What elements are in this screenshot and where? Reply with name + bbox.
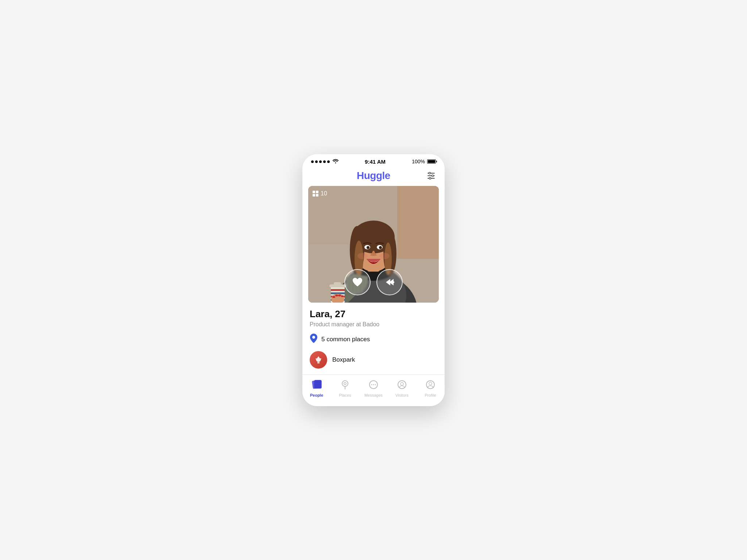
location-pin-icon xyxy=(310,334,318,345)
nav-item-visitors[interactable]: Visitors xyxy=(391,378,413,399)
svg-point-3 xyxy=(429,172,431,174)
place-avatar xyxy=(310,351,327,369)
svg-point-49 xyxy=(373,384,374,385)
grid-icon xyxy=(313,191,318,197)
bottom-nav: People Places M xyxy=(302,374,445,406)
nav-item-places[interactable]: Places xyxy=(334,378,356,399)
signal-dot-2 xyxy=(315,160,318,163)
app-header: Huggle xyxy=(302,167,445,186)
nav-item-messages[interactable]: Messages xyxy=(363,378,384,399)
svg-point-4 xyxy=(432,175,434,176)
svg-point-48 xyxy=(371,384,372,385)
profile-info: Lara, 27 Product manager at Badoo 5 comm… xyxy=(302,303,445,374)
profile-name: Lara, 27 xyxy=(310,308,437,320)
profile-photo-container: 10 xyxy=(308,186,439,303)
signal-dot-1 xyxy=(311,160,314,163)
svg-point-50 xyxy=(375,384,376,385)
nav-label-messages: Messages xyxy=(364,393,383,397)
nav-item-profile[interactable]: Profile xyxy=(419,378,441,399)
signal-dot-5 xyxy=(327,160,330,163)
status-bar: 9:41 AM 100% xyxy=(302,154,445,167)
svg-rect-37 xyxy=(332,296,335,298)
place-row[interactable]: Boxpark xyxy=(310,351,437,372)
svg-point-23 xyxy=(357,253,368,259)
signal-dot-4 xyxy=(323,160,326,163)
signal-area xyxy=(311,159,338,164)
common-places-text: 5 common places xyxy=(321,336,370,343)
svg-rect-8 xyxy=(397,186,439,259)
svg-rect-43 xyxy=(314,380,321,388)
action-buttons xyxy=(344,269,403,295)
phone-frame: 9:41 AM 100% Huggle xyxy=(302,154,445,406)
battery-area: 100% xyxy=(412,159,436,164)
common-places-row: 5 common places xyxy=(310,334,437,345)
messages-icon xyxy=(369,380,378,392)
battery-percent: 100% xyxy=(412,159,425,164)
visitors-icon xyxy=(397,380,407,392)
svg-point-22 xyxy=(379,246,382,249)
app-title: Huggle xyxy=(357,170,390,182)
battery-icon xyxy=(427,159,436,164)
status-time: 9:41 AM xyxy=(365,159,386,165)
svg-rect-39 xyxy=(338,295,341,296)
svg-rect-40 xyxy=(341,295,344,297)
photo-count-text: 10 xyxy=(321,190,327,197)
places-icon xyxy=(341,380,349,392)
nav-item-people[interactable]: People xyxy=(306,378,328,399)
profile-job: Product manager at Badoo xyxy=(310,321,437,328)
svg-rect-38 xyxy=(335,295,338,296)
svg-rect-26 xyxy=(331,289,345,291)
svg-point-45 xyxy=(342,381,348,386)
profile-icon xyxy=(426,380,435,392)
nav-label-people: People xyxy=(310,393,323,397)
svg-point-5 xyxy=(429,177,431,179)
nav-label-profile: Profile xyxy=(425,393,436,397)
nav-label-visitors: Visitors xyxy=(395,393,409,397)
svg-rect-31 xyxy=(334,282,341,285)
signal-dot-3 xyxy=(319,160,322,163)
like-button[interactable] xyxy=(344,269,371,295)
svg-point-21 xyxy=(367,246,369,249)
svg-point-46 xyxy=(344,382,346,385)
svg-point-53 xyxy=(429,382,432,385)
photo-count-badge[interactable]: 10 xyxy=(313,190,327,197)
place-name: Boxpark xyxy=(332,356,355,363)
people-icon xyxy=(311,380,322,392)
svg-rect-41 xyxy=(317,361,320,363)
skip-button[interactable] xyxy=(376,269,403,295)
svg-point-24 xyxy=(379,253,390,259)
wifi-icon xyxy=(333,159,338,164)
filter-button[interactable] xyxy=(425,170,437,182)
nav-label-places: Places xyxy=(339,393,351,397)
